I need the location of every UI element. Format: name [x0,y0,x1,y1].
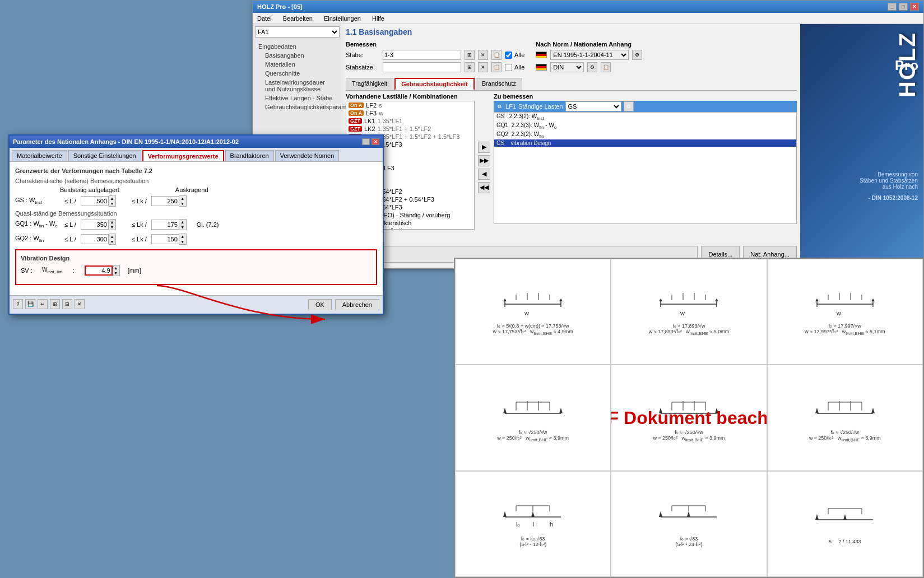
na-minimize-btn[interactable]: _ [362,138,370,145]
na-tool-5[interactable]: ⊟ [62,299,72,309]
na-cancel-btn[interactable]: Abbrechen [335,299,379,310]
pdf-cell-4: f₀ ≈ √250/√w w ≈ 250/f₀² wlimit,BHE ≈ 3,… [455,365,611,470]
staebe-icon1[interactable]: ⊞ [465,50,475,60]
gq1-sl-down[interactable]: ▼ [109,225,115,230]
staebe-input[interactable] [383,50,461,60]
zb-combo[interactable]: GS [565,101,621,111]
sv-spin[interactable]: ▲ ▼ [85,265,120,276]
sv-down[interactable]: ▼ [113,271,119,276]
pdf-diagram-2: w [616,287,762,321]
na-tool-4[interactable]: ⊞ [50,299,60,309]
arrow-left-double[interactable]: ◀◀ [478,182,490,193]
tree-materialien[interactable]: Materialien [256,60,338,69]
gq1-sl-up[interactable]: ▲ [109,220,115,225]
na-tab-material[interactable]: Materialbeiwerte [12,150,67,161]
tree-querschnitte[interactable]: Querschnitte [256,69,338,78]
gq1-slk-spin[interactable]: ▲ ▼ [151,219,187,230]
din-dropdown[interactable]: DIN [550,62,584,72]
sidebar-tree: Eingabedaten Basisangaben Materialien Qu… [255,41,340,113]
tree-lasteinwirkung[interactable]: Lasteinwirkungsdauer und Nutzungsklasse [256,78,338,94]
gq2-sl-spin[interactable]: ▲ ▼ [81,234,116,245]
list-item[interactable]: On A LF3 w [346,109,474,117]
alle-check2[interactable]: Alle [505,64,524,71]
stabsaetze-icon2[interactable]: ✕ [478,62,488,72]
gq2-sl-up[interactable]: ▲ [109,234,115,239]
pdf-formula-6: f₀ ≈ √250/√w w ≈ 250/f₀² wlimit,BHE ≈ 3,… [809,430,881,442]
norm-dropdown[interactable]: EN 1995-1-1-2004-11 [550,50,629,60]
gq2-slk-spin[interactable]: ▲ ▼ [151,234,187,245]
din-settings-icon2[interactable]: 📋 [601,62,611,72]
gq2-sl-input[interactable] [81,234,109,244]
gq1-slk-up[interactable]: ▲ [179,220,186,225]
na-tab-nomen[interactable]: Verwendete Nomen [275,150,340,161]
minimize-btn[interactable]: _ [888,3,897,11]
na-ok-btn[interactable]: OK [308,299,332,310]
list-item[interactable]: On A LF2 s [346,101,474,109]
list-item[interactable]: GZT LK1 1.35*LF1 [346,117,474,125]
na-tool-6[interactable]: ✕ [75,299,85,309]
staebe-icon2[interactable]: ✕ [478,50,488,60]
gs-lk-input[interactable] [151,196,179,206]
holz-title: HOLZ Pro - [05] [257,3,303,10]
gq1-sl-input[interactable] [81,220,109,230]
gq1-sl-spin[interactable]: ▲ ▼ [81,219,116,230]
tree-eingabedaten[interactable]: Eingabedaten [256,42,338,51]
na-tab-sonstige[interactable]: Sonstige Einstellungen [68,150,141,161]
tree-gebrauch[interactable]: Gebrauchstauglichkeitsparameter [256,102,338,111]
tree-basisangaben[interactable]: Basisangaben [256,51,338,60]
gs-l-spin[interactable]: ▲ ▼ [81,195,116,207]
sv-up[interactable]: ▲ [113,265,119,271]
na-tool-3[interactable]: ↩ [38,299,48,309]
staebe-icon3[interactable]: 📋 [491,50,502,60]
zb-item-gq1[interactable]: GQ1 2.2.3(3): Wfin - Wo [494,122,796,130]
na-close-btn[interactable]: ✕ [372,138,379,145]
gq2-slk-input[interactable] [151,234,179,244]
menu-einstellungen[interactable]: Einstellungen [322,14,363,23]
gq2-slk-up[interactable]: ▲ [179,234,186,239]
sv-input[interactable] [85,265,113,276]
na-tabs: Materialbeiwerte Sonstige Einstellungen … [10,148,383,162]
arrow-right-single[interactable]: ▶ [478,142,490,153]
de-flag-icon [536,64,547,71]
zb-item-gs-vibration[interactable]: GS vibration Design [494,139,796,147]
gq2-slk-down[interactable]: ▼ [179,239,186,244]
gs-lk-up[interactable]: ▲ [179,196,186,201]
menu-hilfe[interactable]: Hilfe [370,14,387,23]
gq1-slk-input[interactable] [151,220,179,230]
arrow-left-single[interactable]: ◀ [478,169,490,180]
tab-gebrauchstauglichkeit[interactable]: Gebrauchstauglichkeit [394,78,475,90]
gs-l-down[interactable]: ▼ [109,201,115,206]
na-tab-verformung[interactable]: Verformungsgrenzwerte [142,150,224,161]
din-settings-icon1[interactable]: ⚙ [587,62,597,72]
gs-l-up[interactable]: ▲ [109,196,115,201]
fa-dropdown[interactable]: FA1 [255,26,340,38]
list-item[interactable]: GZT LK2 1.35*LF1 + 1.5*LF2 [346,125,474,133]
tree-effektiv[interactable]: Effektive Längen - Stäbe [256,94,338,102]
gs-lk-down[interactable]: ▼ [179,201,186,206]
stabsaetze-icon1[interactable]: ⊞ [465,62,475,72]
gq2-sl-down[interactable]: ▼ [109,239,115,244]
arrow-right-double[interactable]: ▶▶ [478,155,490,166]
tab-tragfahigkeit[interactable]: Tragfähigkeit [346,78,393,90]
stabsaetze-icon3[interactable]: 📋 [491,62,502,72]
restore-btn[interactable]: □ [899,3,908,11]
tab-brandschutz[interactable]: Brandschutz [476,78,522,90]
gs-l-input[interactable] [81,196,109,206]
gs-lk-spin[interactable]: ▲ ▼ [151,195,187,207]
zb-item-gq2[interactable]: GQ2 2.2.3(2): Wfin [494,130,796,139]
menu-bearbeiten[interactable]: Bearbeiten [281,14,315,23]
stabsaetze-input[interactable] [383,62,461,72]
alle-check1[interactable]: Alle [505,52,524,59]
norm-settings-icon[interactable]: ⚙ [632,50,642,60]
zb-settings-icon[interactable]: ⚙ [624,101,634,111]
menu-datei[interactable]: Datei [255,14,274,23]
na-tool-1[interactable]: ? [13,299,23,309]
close-btn[interactable]: ✕ [910,3,919,11]
gq1-slk-down[interactable]: ▼ [179,225,186,230]
na-tool-2[interactable]: 💾 [25,299,35,309]
gq1-slk-label: ≤ Lk / [132,221,147,228]
zb-item-gs[interactable]: GS 2.2.3(2): Winst [494,113,796,122]
na-tab-brand[interactable]: Brandfaktoren [225,150,274,161]
na-titlebar-btns: _ ✕ [362,138,379,145]
zb-list[interactable]: GS 2.2.3(2): Winst GQ1 2.2.3(3): Wfin - … [494,112,797,224]
